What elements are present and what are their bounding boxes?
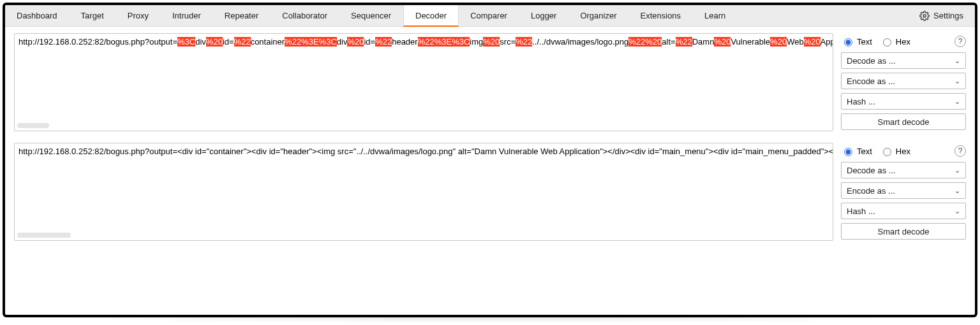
tab-target[interactable]: Target bbox=[70, 5, 116, 26]
encoded-token: %20 bbox=[483, 37, 500, 47]
combo-label: Decode as ... bbox=[847, 56, 896, 66]
button-label: Smart decode bbox=[878, 227, 930, 236]
gear-icon bbox=[919, 11, 930, 21]
decoder-output-2[interactable]: http://192.168.0.252:82/bogus.php?output… bbox=[14, 143, 833, 241]
tab-learn[interactable]: Learn bbox=[693, 5, 738, 26]
tab-intruder[interactable]: Intruder bbox=[161, 5, 213, 26]
chevron-down-icon: ⌄ bbox=[954, 77, 960, 85]
encoded-token: %20 bbox=[206, 37, 223, 47]
help-icon[interactable]: ? bbox=[954, 145, 966, 157]
settings-button[interactable]: Settings bbox=[914, 5, 969, 26]
encoded-token: %20 bbox=[804, 37, 820, 47]
help-icon[interactable]: ? bbox=[954, 36, 966, 47]
encoded-token: %20 bbox=[714, 37, 731, 47]
encoded-token: %22 bbox=[516, 37, 532, 47]
plain-token: div bbox=[195, 37, 206, 47]
plain-token: id= bbox=[223, 37, 234, 47]
decoder-panel-2: http://192.168.0.252:82/bogus.php?output… bbox=[14, 143, 966, 241]
tab-logger[interactable]: Logger bbox=[519, 5, 568, 26]
tab-collaborator[interactable]: Collaborator bbox=[271, 5, 339, 26]
chevron-down-icon: ⌄ bbox=[954, 57, 960, 65]
plain-token: Web bbox=[787, 37, 804, 47]
combo-label: Encode as ... bbox=[847, 186, 895, 196]
combo-label: Encode as ... bbox=[847, 76, 895, 86]
tab-bar: DashboardTargetProxyIntruderRepeaterColl… bbox=[5, 5, 975, 27]
plain-token: Application bbox=[820, 37, 833, 47]
plain-token: src= bbox=[500, 37, 516, 47]
tab-repeater[interactable]: Repeater bbox=[213, 5, 271, 26]
decoder-controls-1: Text Hex ? Decode as ...⌄ Encode as ...⌄… bbox=[841, 33, 966, 131]
hash-select-1[interactable]: Hash ...⌄ bbox=[841, 93, 966, 110]
scrollbar-thumb[interactable] bbox=[17, 233, 71, 238]
chevron-down-icon: ⌄ bbox=[954, 98, 960, 106]
tab-comparer[interactable]: Comparer bbox=[459, 5, 519, 26]
combo-label: Hash ... bbox=[847, 206, 875, 216]
encoded-token: %22%3E%3C bbox=[285, 37, 337, 47]
plain-token: img bbox=[470, 37, 483, 47]
tab-extensions[interactable]: Extensions bbox=[629, 5, 694, 26]
plain-token: container bbox=[251, 37, 285, 47]
tab-decoder[interactable]: Decoder bbox=[403, 5, 459, 27]
encoded-token: %22%3E%3C bbox=[418, 37, 470, 47]
radio-hex-2[interactable]: Hex bbox=[880, 146, 910, 156]
hash-select-2[interactable]: Hash ...⌄ bbox=[841, 203, 966, 219]
encode-as-select-2[interactable]: Encode as ...⌄ bbox=[841, 182, 966, 199]
settings-label: Settings bbox=[933, 11, 963, 20]
decoder-panel-1: http://192.168.0.252:82/bogus.php?output… bbox=[14, 33, 966, 131]
radio-text-label: Text bbox=[857, 37, 872, 47]
encoded-token: %22 bbox=[234, 37, 251, 47]
svg-point-0 bbox=[923, 15, 926, 17]
url-prefix: http://192.168.0.252:82/bogus.php?output… bbox=[19, 37, 177, 47]
radio-hex-1[interactable]: Hex bbox=[880, 36, 910, 47]
button-label: Smart decode bbox=[878, 117, 930, 127]
chevron-down-icon: ⌄ bbox=[954, 207, 960, 215]
combo-label: Decode as ... bbox=[847, 166, 896, 175]
scrollbar-thumb[interactable] bbox=[17, 123, 49, 128]
radio-hex-label: Hex bbox=[896, 37, 910, 47]
tab-proxy[interactable]: Proxy bbox=[116, 5, 161, 26]
encoded-token: %22 bbox=[676, 37, 692, 47]
decode-as-select-1[interactable]: Decode as ...⌄ bbox=[841, 52, 966, 69]
plain-token: alt= bbox=[662, 37, 675, 47]
encoded-token: %20 bbox=[770, 37, 787, 47]
encode-as-select-1[interactable]: Encode as ...⌄ bbox=[841, 73, 966, 89]
encoded-token: %3C bbox=[177, 37, 195, 47]
radio-text-1[interactable]: Text bbox=[841, 36, 872, 47]
chevron-down-icon: ⌄ bbox=[954, 166, 960, 175]
radio-text-label: Text bbox=[857, 147, 872, 156]
plain-token: Damn bbox=[692, 37, 715, 47]
decoder-controls-2: Text Hex ? Decode as ...⌄ Encode as ...⌄… bbox=[841, 143, 966, 241]
plain-token: ../../dvwa/images/logo.png bbox=[532, 37, 628, 47]
plain-token: Vulnerable bbox=[731, 37, 770, 47]
tab-organizer[interactable]: Organizer bbox=[568, 5, 628, 26]
plain-token: id= bbox=[364, 37, 375, 47]
tab-sequencer[interactable]: Sequencer bbox=[339, 5, 403, 26]
radio-hex-label: Hex bbox=[896, 147, 910, 156]
radio-text-2[interactable]: Text bbox=[841, 146, 872, 156]
decoder-input-1[interactable]: http://192.168.0.252:82/bogus.php?output… bbox=[14, 33, 833, 131]
plain-token: header bbox=[392, 37, 417, 47]
decode-as-select-2[interactable]: Decode as ...⌄ bbox=[841, 162, 966, 178]
smart-decode-button-1[interactable]: Smart decode bbox=[841, 113, 966, 130]
decoded-text: http://192.168.0.252:82/bogus.php?output… bbox=[19, 147, 833, 156]
encoded-token: %20 bbox=[347, 37, 364, 47]
plain-token: div bbox=[337, 37, 348, 47]
encoded-token: %22 bbox=[375, 37, 392, 47]
tab-dashboard[interactable]: Dashboard bbox=[5, 5, 70, 26]
encoded-token: %22%20 bbox=[628, 37, 662, 47]
chevron-down-icon: ⌄ bbox=[954, 187, 960, 195]
combo-label: Hash ... bbox=[847, 97, 875, 106]
smart-decode-button-2[interactable]: Smart decode bbox=[841, 223, 966, 240]
